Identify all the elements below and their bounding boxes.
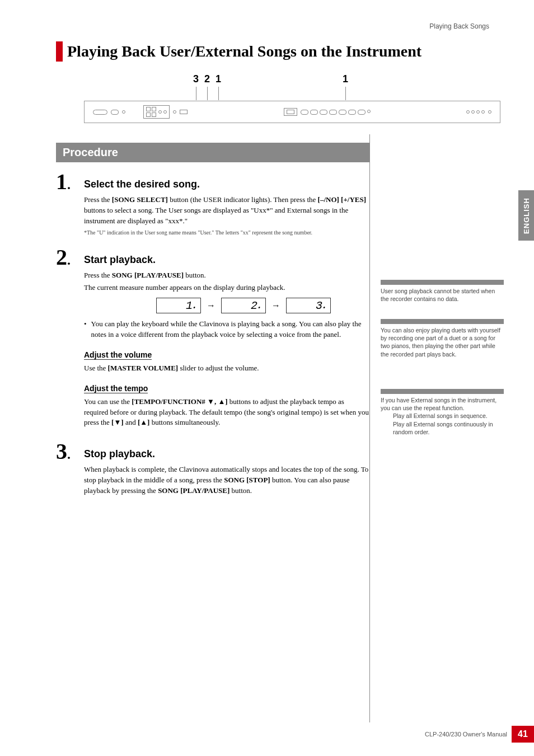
diagram-marker-3: 3 [193, 73, 199, 85]
column-divider [369, 134, 370, 722]
step-number-3: 3. [56, 440, 84, 499]
arrow-icon: → [271, 300, 280, 311]
note-accent-bar [381, 319, 504, 324]
diagram-marker-1b: 1 [343, 73, 348, 85]
note-3: If you have External songs in the instru… [381, 389, 504, 436]
title-accent-bar [56, 41, 63, 62]
diagram-marker-2: 2 [204, 73, 210, 85]
seg-display-3: 3• [286, 298, 331, 313]
step-1-footnote: *The "U" indication in the User song nam… [84, 229, 369, 236]
panel-dot-icon [122, 110, 125, 114]
transport-group-icon [143, 105, 170, 119]
procedure-heading: Procedure [56, 143, 369, 162]
step-1-body: Press the [SONG SELECT] button (the USER… [84, 195, 369, 227]
song-select-group-icon [284, 108, 297, 116]
adjust-volume-body: Use the [MASTER VOLUME] slider to adjust… [84, 363, 369, 374]
step-2-heading: Start playback. [84, 246, 369, 266]
note-3-text-c: Play all External songs continuously in … [393, 420, 504, 436]
arrow-icon: → [207, 300, 216, 311]
note-accent-bar [381, 280, 504, 285]
panel-oval-icon [111, 110, 119, 115]
adjust-tempo-body: You can use the [TEMPO/FUNCTION# ▼, ▲] b… [84, 397, 369, 429]
bullet-icon: • [84, 319, 87, 340]
page-title: Playing Back User/External Songs on the … [67, 43, 421, 60]
voice-buttons-icon [301, 110, 371, 115]
step-1-heading: Select the desired song. [84, 171, 369, 190]
step-2: 2. Start playback. Press the SONG [PLAY/… [56, 246, 369, 431]
step-3: 3. Stop playback. When playback is compl… [56, 440, 369, 499]
footer-manual-name: CLP-240/230 Owner's Manual [425, 731, 507, 738]
step-2-body-1: Press the SONG [PLAY/PAUSE] button. [84, 270, 369, 281]
step-3-heading: Stop playback. [84, 440, 369, 460]
note-2-text: You can also enjoy playing duets with yo… [381, 326, 504, 358]
breadcrumb: Playing Back Songs [56, 22, 489, 30]
page-footer: CLP-240/230 Owner's Manual 41 [425, 726, 534, 743]
seg-display-2: 2• [221, 298, 266, 313]
step-number-2: 2. [56, 246, 84, 431]
control-diagram: 3 2 1 1 [112, 70, 489, 126]
adjust-volume-heading: Adjust the volume [84, 350, 152, 360]
note-3-text-a: If you have External songs in the instru… [381, 396, 504, 412]
language-tab: ENGLISH [518, 190, 534, 241]
note-accent-bar [381, 389, 504, 394]
seg-display-1: 1• [156, 298, 201, 313]
volume-slider-icon [93, 110, 107, 115]
step-number-1: 1. [56, 171, 84, 236]
note-1: User song playback cannot be started whe… [381, 280, 504, 303]
note-2: You can also enjoy playing duets with yo… [381, 319, 504, 358]
measure-display-sequence: 1• → 2• → 3• [118, 298, 369, 313]
step-3-body: When playback is complete, the Clavinova… [84, 464, 369, 496]
instrument-panel-diagram [84, 101, 500, 123]
note-3-text-b: Play all External songs in sequence. [393, 412, 504, 420]
page-number: 41 [512, 726, 534, 743]
step-2-body-2: The current measure number appears on th… [84, 283, 369, 293]
language-tab-label: ENGLISH [522, 198, 531, 234]
step-1: 1. Select the desired song. Press the [S… [56, 171, 369, 236]
note-1-text: User song playback cannot be started whe… [381, 287, 504, 303]
page-title-row: Playing Back User/External Songs on the … [56, 41, 489, 62]
adjust-tempo-heading: Adjust the tempo [84, 384, 148, 393]
step-2-bullet: • You can play the keyboard while the Cl… [84, 319, 369, 340]
diagram-marker-1a: 1 [216, 73, 221, 85]
